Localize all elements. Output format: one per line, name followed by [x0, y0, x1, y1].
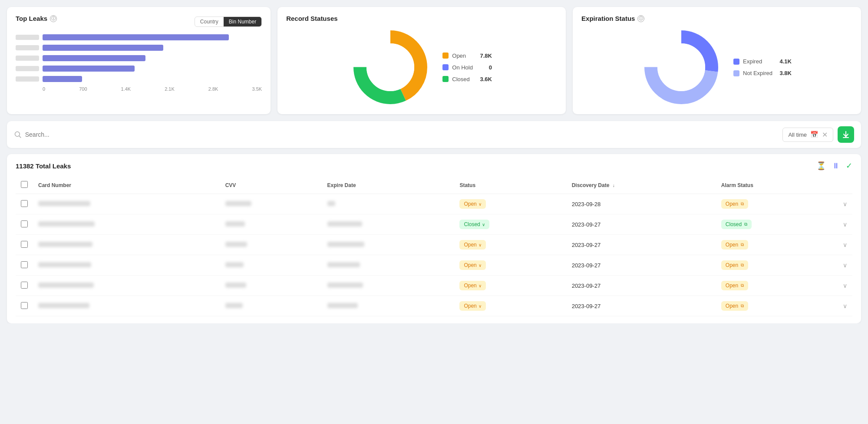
alarm-link-3[interactable]: ⧉ [741, 263, 744, 268]
row-checkbox-3[interactable] [21, 261, 28, 268]
row-chevron-1[interactable]: ∨ [843, 221, 847, 228]
download-icon [842, 131, 850, 138]
record-statuses-title: Record Statuses [286, 15, 557, 22]
row-expand-2: ∨ [835, 235, 852, 255]
row-discovery-date-0: 2023-09-28 [567, 194, 716, 214]
alarm-link-5[interactable]: ⧉ [741, 303, 744, 309]
col-expire-date: Expire Date [322, 177, 455, 194]
bar-row-1 [16, 34, 262, 40]
table-row: ████████████ ████ ██████ Open ∨ 2023-09-… [16, 296, 852, 316]
row-chevron-3[interactable]: ∨ [843, 262, 847, 269]
row-discovery-date-3: 2023-09-27 [567, 255, 716, 276]
row-status-0: Open ∨ [454, 194, 566, 214]
row-expire-date-5: ██████ [322, 296, 455, 316]
row-expand-4: ∨ [835, 276, 852, 296]
alarm-link-2[interactable]: ⧉ [741, 242, 744, 247]
alarm-link-0[interactable]: ⧉ [741, 201, 744, 207]
col-card-number: Card Number [33, 177, 220, 194]
status-chevron-0: ∨ [479, 202, 482, 207]
status-badge-5[interactable]: Open ∨ [459, 301, 485, 311]
row-expire-date-1: ██████ [322, 214, 455, 235]
svg-line-7 [19, 136, 20, 137]
legend-dot-expired [733, 59, 739, 65]
date-filter-label: All time [788, 131, 807, 138]
top-leaks-toggle[interactable]: Country Bin Number [195, 16, 262, 27]
col-expand [835, 177, 852, 194]
alarm-badge-0[interactable]: Open ⧉ [721, 199, 748, 209]
alarm-badge-1[interactable]: Closed ⧉ [721, 220, 752, 229]
legend-dot-open [442, 53, 449, 59]
status-badge-4[interactable]: Open ∨ [459, 281, 485, 290]
row-checkbox-5[interactable] [21, 302, 28, 309]
alarm-link-4[interactable]: ⧉ [741, 283, 744, 288]
bar-row-4 [16, 66, 262, 72]
row-expand-5: ∨ [835, 296, 852, 316]
alarm-link-1[interactable]: ⧉ [744, 222, 747, 227]
status-chevron-4: ∨ [479, 283, 482, 288]
expiration-info-icon: ⓘ [637, 15, 644, 22]
row-expand-1: ∨ [835, 214, 852, 235]
leaks-table: Card Number CVV Expire Date Status Disco… [16, 177, 852, 316]
row-cvv-1: ████ [220, 214, 322, 235]
toggle-bin-number[interactable]: Bin Number [224, 17, 261, 26]
row-chevron-4[interactable]: ∨ [843, 282, 847, 289]
status-badge-0[interactable]: Open ∨ [459, 199, 485, 209]
row-checkbox-0[interactable] [21, 200, 28, 207]
row-checkbox-4[interactable] [21, 282, 28, 289]
row-cvv-4: ████ [220, 276, 322, 296]
svg-point-2 [366, 43, 414, 91]
hourglass-icon[interactable]: ⏳ [816, 161, 826, 171]
row-discovery-date-5: 2023-09-27 [567, 296, 716, 316]
sort-arrow-discovery: ↓ [613, 183, 615, 188]
status-badge-1[interactable]: Closed ∨ [459, 220, 489, 229]
clear-date-button[interactable]: ✕ [822, 131, 828, 139]
status-chevron-5: ∨ [479, 304, 482, 309]
check-icon[interactable]: ✓ [846, 161, 852, 171]
row-checkbox-cell-4 [16, 276, 33, 296]
row-checkbox-1[interactable] [21, 220, 28, 227]
status-badge-3[interactable]: Open ∨ [459, 260, 485, 270]
alarm-badge-3[interactable]: Open ⧉ [721, 260, 748, 270]
row-checkbox-cell-1 [16, 214, 33, 235]
expiration-status-card: Expiration Status ⓘ Expired 4.1K [573, 7, 861, 114]
download-button[interactable] [838, 126, 854, 143]
row-checkbox-2[interactable] [21, 241, 28, 248]
search-input[interactable] [25, 131, 783, 138]
row-cvv-5: ████ [220, 296, 322, 316]
toggle-country[interactable]: Country [195, 17, 224, 26]
search-icon [14, 131, 22, 138]
table-row: ████████████ ████ ██████ Open ∨ 2023-09-… [16, 255, 852, 276]
row-alarm-status-1: Closed ⧉ [716, 214, 835, 235]
row-chevron-0[interactable]: ∨ [843, 200, 847, 207]
select-all-checkbox[interactable] [21, 181, 28, 188]
calendar-icon: 📅 [810, 131, 818, 138]
legend-dot-not-expired [733, 70, 739, 76]
top-leaks-title: Top Leaks ⓘ [16, 15, 57, 22]
col-checkbox [16, 177, 33, 194]
expiration-donut [642, 28, 720, 106]
bar-label-5 [16, 76, 39, 82]
row-status-1: Closed ∨ [454, 214, 566, 235]
row-expand-3: ∨ [835, 255, 852, 276]
row-chevron-5[interactable]: ∨ [843, 302, 847, 309]
legend-open: Open 7.8K [442, 53, 492, 59]
status-badge-2[interactable]: Open ∨ [459, 240, 485, 250]
pause-icon[interactable]: ⏸ [832, 161, 840, 171]
col-discovery-date[interactable]: Discovery Date ↓ [567, 177, 716, 194]
alarm-badge-2[interactable]: Open ⧉ [721, 240, 748, 250]
expiration-status-title: Expiration Status ⓘ [581, 15, 852, 22]
bar-row-3 [16, 55, 262, 61]
row-card-number-0: ████████████ [33, 194, 220, 214]
svg-point-5 [657, 43, 705, 91]
row-discovery-date-2: 2023-09-27 [567, 235, 716, 255]
row-chevron-2[interactable]: ∨ [843, 241, 847, 248]
alarm-badge-5[interactable]: Open ⧉ [721, 301, 748, 311]
date-filter[interactable]: All time 📅 ✕ [782, 128, 833, 142]
alarm-badge-4[interactable]: Open ⧉ [721, 281, 748, 290]
row-alarm-status-0: Open ⧉ [716, 194, 835, 214]
col-cvv: CVV [220, 177, 322, 194]
table-section: 11382 Total Leaks ⏳ ⏸ ✓ Card Number CVV … [7, 154, 861, 323]
table-row: ████████████ ████ ██████ Open ∨ 2023-09-… [16, 235, 852, 255]
table-row: ████████████ ████ █ Open ∨ 2023-09-28 Op… [16, 194, 852, 214]
bar-label-2 [16, 45, 39, 50]
